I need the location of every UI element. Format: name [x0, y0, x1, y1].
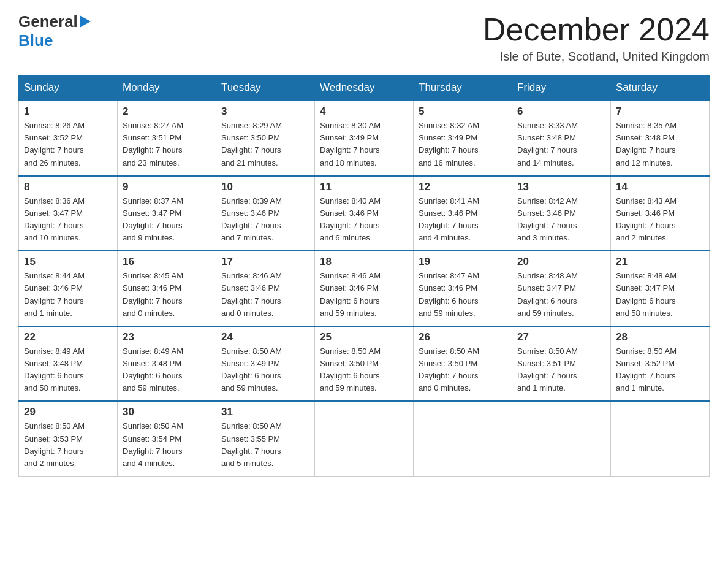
calendar-cell: 7Sunrise: 8:35 AM Sunset: 3:48 PM Daylig… — [611, 101, 710, 176]
day-number: 2 — [123, 105, 211, 118]
day-number: 30 — [123, 406, 211, 418]
day-number: 31 — [221, 406, 309, 418]
day-number: 3 — [221, 105, 309, 118]
day-info: Sunrise: 8:50 AM Sunset: 3:50 PM Dayligh… — [419, 345, 507, 395]
logo-general: General — [18, 12, 78, 31]
column-header-monday: Monday — [118, 75, 216, 101]
day-number: 29 — [24, 406, 112, 418]
day-number: 5 — [419, 105, 507, 118]
calendar-cell: 10Sunrise: 8:39 AM Sunset: 3:46 PM Dayli… — [216, 176, 315, 251]
day-info: Sunrise: 8:47 AM Sunset: 3:46 PM Dayligh… — [419, 270, 507, 320]
calendar-week-row: 22Sunrise: 8:49 AM Sunset: 3:48 PM Dayli… — [19, 326, 710, 402]
calendar-cell: 25Sunrise: 8:50 AM Sunset: 3:50 PM Dayli… — [315, 326, 414, 402]
column-header-thursday: Thursday — [414, 75, 512, 101]
calendar-cell: 23Sunrise: 8:49 AM Sunset: 3:48 PM Dayli… — [118, 326, 216, 402]
day-number: 17 — [221, 256, 309, 268]
day-info: Sunrise: 8:42 AM Sunset: 3:46 PM Dayligh… — [517, 195, 605, 245]
calendar-cell: 1Sunrise: 8:26 AM Sunset: 3:52 PM Daylig… — [19, 101, 118, 176]
calendar-cell: 30Sunrise: 8:50 AM Sunset: 3:54 PM Dayli… — [118, 401, 216, 476]
day-number: 7 — [616, 105, 704, 118]
calendar-cell: 24Sunrise: 8:50 AM Sunset: 3:49 PM Dayli… — [216, 326, 315, 402]
calendar-cell: 3Sunrise: 8:29 AM Sunset: 3:50 PM Daylig… — [216, 101, 315, 176]
calendar-cell: 2Sunrise: 8:27 AM Sunset: 3:51 PM Daylig… — [118, 101, 216, 176]
calendar-cell: 11Sunrise: 8:40 AM Sunset: 3:46 PM Dayli… — [315, 176, 414, 251]
day-number: 16 — [123, 256, 211, 268]
calendar-cell: 6Sunrise: 8:33 AM Sunset: 3:48 PM Daylig… — [512, 101, 611, 176]
calendar-cell: 18Sunrise: 8:46 AM Sunset: 3:46 PM Dayli… — [315, 251, 414, 326]
day-info: Sunrise: 8:27 AM Sunset: 3:51 PM Dayligh… — [123, 120, 211, 169]
day-info: Sunrise: 8:50 AM Sunset: 3:52 PM Dayligh… — [616, 345, 704, 395]
calendar-week-row: 8Sunrise: 8:36 AM Sunset: 3:47 PM Daylig… — [19, 176, 710, 251]
calendar-cell: 31Sunrise: 8:50 AM Sunset: 3:55 PM Dayli… — [216, 401, 315, 476]
day-info: Sunrise: 8:33 AM Sunset: 3:48 PM Dayligh… — [517, 120, 605, 169]
day-number: 18 — [320, 256, 408, 268]
column-header-sunday: Sunday — [19, 75, 118, 101]
column-header-wednesday: Wednesday — [315, 75, 414, 101]
column-header-saturday: Saturday — [611, 75, 710, 101]
calendar-cell: 17Sunrise: 8:46 AM Sunset: 3:46 PM Dayli… — [216, 251, 315, 326]
calendar-cell: 28Sunrise: 8:50 AM Sunset: 3:52 PM Dayli… — [611, 326, 710, 402]
calendar-cell: 15Sunrise: 8:44 AM Sunset: 3:46 PM Dayli… — [19, 251, 118, 326]
day-info: Sunrise: 8:49 AM Sunset: 3:48 PM Dayligh… — [24, 345, 112, 395]
day-info: Sunrise: 8:36 AM Sunset: 3:47 PM Dayligh… — [24, 195, 112, 245]
day-number: 13 — [517, 181, 605, 193]
calendar-cell: 29Sunrise: 8:50 AM Sunset: 3:53 PM Dayli… — [19, 401, 118, 476]
calendar-cell — [611, 401, 710, 476]
calendar-week-row: 15Sunrise: 8:44 AM Sunset: 3:46 PM Dayli… — [19, 251, 710, 326]
day-info: Sunrise: 8:50 AM Sunset: 3:53 PM Dayligh… — [24, 420, 112, 470]
day-info: Sunrise: 8:50 AM Sunset: 3:49 PM Dayligh… — [221, 345, 309, 395]
calendar-cell: 13Sunrise: 8:42 AM Sunset: 3:46 PM Dayli… — [512, 176, 611, 251]
day-info: Sunrise: 8:37 AM Sunset: 3:47 PM Dayligh… — [123, 195, 211, 245]
day-number: 21 — [616, 256, 704, 268]
logo-blue: Blue — [18, 31, 53, 50]
day-number: 20 — [517, 256, 605, 268]
day-number: 14 — [616, 181, 704, 193]
day-info: Sunrise: 8:32 AM Sunset: 3:49 PM Dayligh… — [419, 120, 507, 169]
day-number: 25 — [320, 331, 408, 343]
calendar-cell — [414, 401, 512, 476]
day-number: 26 — [419, 331, 507, 343]
day-info: Sunrise: 8:44 AM Sunset: 3:46 PM Dayligh… — [24, 270, 112, 320]
calendar-header-row: SundayMondayTuesdayWednesdayThursdayFrid… — [19, 75, 710, 101]
calendar-cell: 8Sunrise: 8:36 AM Sunset: 3:47 PM Daylig… — [19, 176, 118, 251]
calendar-cell: 21Sunrise: 8:48 AM Sunset: 3:47 PM Dayli… — [611, 251, 710, 326]
calendar-cell: 19Sunrise: 8:47 AM Sunset: 3:46 PM Dayli… — [414, 251, 512, 326]
day-number: 10 — [221, 181, 309, 193]
day-info: Sunrise: 8:48 AM Sunset: 3:47 PM Dayligh… — [517, 270, 605, 320]
day-info: Sunrise: 8:48 AM Sunset: 3:47 PM Dayligh… — [616, 270, 704, 320]
calendar-week-row: 29Sunrise: 8:50 AM Sunset: 3:53 PM Dayli… — [19, 401, 710, 476]
day-info: Sunrise: 8:40 AM Sunset: 3:46 PM Dayligh… — [320, 195, 408, 245]
logo-arrow-icon — [80, 15, 91, 30]
day-number: 28 — [616, 331, 704, 343]
day-info: Sunrise: 8:39 AM Sunset: 3:46 PM Dayligh… — [221, 195, 309, 245]
calendar-cell: 9Sunrise: 8:37 AM Sunset: 3:47 PM Daylig… — [118, 176, 216, 251]
day-number: 27 — [517, 331, 605, 343]
day-number: 8 — [24, 181, 112, 193]
page-header: General Blue December 2024 Isle of Bute,… — [18, 12, 710, 64]
logo: General Blue — [18, 12, 91, 50]
day-number: 15 — [24, 256, 112, 268]
day-info: Sunrise: 8:50 AM Sunset: 3:51 PM Dayligh… — [517, 345, 605, 395]
day-number: 23 — [123, 331, 211, 343]
calendar-week-row: 1Sunrise: 8:26 AM Sunset: 3:52 PM Daylig… — [19, 101, 710, 176]
day-number: 11 — [320, 181, 408, 193]
day-number: 4 — [320, 105, 408, 118]
day-number: 9 — [123, 181, 211, 193]
column-header-tuesday: Tuesday — [216, 75, 315, 101]
day-number: 1 — [24, 105, 112, 118]
day-info: Sunrise: 8:43 AM Sunset: 3:46 PM Dayligh… — [616, 195, 704, 245]
day-number: 6 — [517, 105, 605, 118]
day-info: Sunrise: 8:45 AM Sunset: 3:46 PM Dayligh… — [123, 270, 211, 320]
day-info: Sunrise: 8:35 AM Sunset: 3:48 PM Dayligh… — [616, 120, 704, 169]
day-info: Sunrise: 8:29 AM Sunset: 3:50 PM Dayligh… — [221, 120, 309, 169]
day-info: Sunrise: 8:46 AM Sunset: 3:46 PM Dayligh… — [320, 270, 408, 320]
calendar-cell — [512, 401, 611, 476]
day-info: Sunrise: 8:30 AM Sunset: 3:49 PM Dayligh… — [320, 120, 408, 169]
calendar-cell: 12Sunrise: 8:41 AM Sunset: 3:46 PM Dayli… — [414, 176, 512, 251]
day-info: Sunrise: 8:50 AM Sunset: 3:50 PM Dayligh… — [320, 345, 408, 395]
day-info: Sunrise: 8:50 AM Sunset: 3:55 PM Dayligh… — [221, 420, 309, 470]
calendar-cell: 20Sunrise: 8:48 AM Sunset: 3:47 PM Dayli… — [512, 251, 611, 326]
day-number: 22 — [24, 331, 112, 343]
day-number: 12 — [419, 181, 507, 193]
calendar-cell — [315, 401, 414, 476]
